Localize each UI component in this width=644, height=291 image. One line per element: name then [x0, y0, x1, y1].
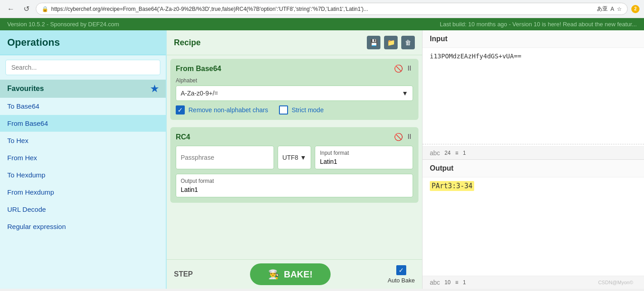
bottom-bar: STEP 👨‍🍳 BAKE! ✓ Auto Bake	[167, 259, 422, 289]
recipe-icons: 💾 📁 🗑	[367, 36, 415, 49]
output-abc-icon: abc	[430, 279, 440, 286]
favourites-row: Favourites ★	[0, 80, 166, 98]
passphrase-row: UTF8 ▼ Input format Latin1	[176, 146, 413, 169]
font-size-icon: A	[610, 6, 614, 12]
passphrase-input[interactable]	[176, 146, 274, 169]
bake-button[interactable]: 👨‍🍳 BAKE!	[250, 263, 331, 285]
alphabet-label: Alphabet	[176, 77, 413, 84]
output-value: PArt3:3-34	[430, 181, 474, 191]
strict-mode-checkbox[interactable]: ✓ Strict mode	[279, 105, 324, 114]
chevron-down-icon: ▼	[402, 90, 408, 97]
open-button[interactable]: 📁	[384, 36, 398, 49]
auto-bake-label: Auto Bake	[388, 277, 415, 284]
output-format-label: Output format	[181, 178, 408, 184]
sidebar-item-url-decode[interactable]: URL Decode	[0, 201, 166, 218]
rc4-pause-icon[interactable]: ⏸	[406, 133, 413, 141]
input-stats: abc 24 ≡ 1	[423, 146, 644, 159]
alphabet-value: A-Za-z0-9+/=	[181, 90, 218, 97]
from-base64-header: From Base64 🚫 ⏸	[176, 64, 413, 73]
from-base64-icons: 🚫 ⏸	[394, 64, 413, 73]
translate-icon: あ亚	[597, 5, 608, 13]
url-bar[interactable]: 🔒 https://cyberchef.org/#recipe=From_Bas…	[36, 3, 628, 15]
disable-icon[interactable]: 🚫	[394, 64, 403, 73]
back-button[interactable]: ←	[5, 4, 17, 14]
output-lines-icon: ≡	[455, 279, 458, 286]
encoding-value: UTF8	[283, 154, 298, 161]
output-stats: abc 10 ≡ 1 CSDN@Myon©	[423, 276, 644, 289]
notification-badge: 2	[631, 5, 639, 13]
from-base64-title: From Base64	[176, 65, 221, 73]
browser-right-icons: 2	[631, 5, 639, 13]
sidebar-item-from-hex[interactable]: From Hex	[0, 149, 166, 167]
clear-button[interactable]: 🗑	[401, 36, 415, 49]
search-input[interactable]	[5, 60, 160, 75]
input-value: i13POMdzEAzHfy4dGS+vUA==	[430, 52, 521, 60]
sidebar-title: Operations	[0, 30, 166, 55]
remove-nonalpha-label: Remove non-alphabet chars	[188, 106, 268, 114]
input-format-label: Input format	[320, 150, 408, 156]
refresh-button[interactable]: ↺	[21, 4, 32, 14]
right-panel: Input i13POMdzEAzHfy4dGS+vUA== abc 24 ≡ …	[422, 30, 644, 289]
bake-icon: 👨‍🍳	[268, 269, 279, 280]
rc4-block: RC4 🚫 ⏸ UTF8 ▼ Input format Latin1 Out	[170, 127, 418, 203]
browser-bar: ← ↺ 🔒 https://cyberchef.org/#recipe=From…	[0, 0, 644, 18]
recipe-header: Recipe 💾 📁 🗑	[167, 30, 422, 55]
auto-bake-checkbox[interactable]: ✓	[396, 265, 406, 275]
sidebar-item-to-hexdump[interactable]: To Hexdump	[0, 167, 166, 184]
rc4-title: RC4	[176, 133, 190, 141]
sidebar-item-from-hexdump[interactable]: From Hexdump	[0, 184, 166, 201]
output-header: Output	[423, 160, 644, 177]
output-content: PArt3:3-34	[423, 177, 644, 276]
pause-icon[interactable]: ⏸	[406, 64, 413, 73]
rc4-disable-icon[interactable]: 🚫	[394, 133, 403, 141]
encoding-select[interactable]: UTF8 ▼	[278, 146, 312, 169]
favourites-label: Favourites	[7, 85, 44, 93]
star-icon: ★	[150, 83, 159, 94]
input-header: Input	[423, 30, 644, 48]
url-text: https://cyberchef.org/#recipe=From_Base6…	[51, 6, 594, 12]
output-section: Output PArt3:3-34 abc 10 ≡ 1 CSDN@Myon©	[423, 160, 644, 289]
main-layout: Operations Favourites ★ To Base64 From B…	[0, 30, 644, 289]
step-label: STEP	[174, 270, 193, 278]
input-section: Input i13POMdzEAzHfy4dGS+vUA== abc 24 ≡ …	[423, 30, 644, 160]
recipe-title: Recipe	[174, 38, 201, 48]
input-content[interactable]: i13POMdzEAzHfy4dGS+vUA==	[423, 48, 644, 142]
auto-bake-area: ✓ Auto Bake	[388, 265, 415, 284]
input-lines-count: 1	[463, 150, 466, 156]
rc4-header: RC4 🚫 ⏸	[176, 133, 413, 141]
encoding-chevron-icon: ▼	[300, 154, 307, 161]
alphabet-select[interactable]: A-Za-z0-9+/= ▼	[176, 86, 413, 101]
checkbox-row: ✓ Remove non-alphabet chars ✓ Strict mod…	[176, 105, 413, 114]
strict-mode-box: ✓	[279, 105, 288, 114]
sidebar-item-regex[interactable]: Regular expression	[0, 218, 166, 235]
app-header: Version 10.5.2 - Sponsored by DEF24.com …	[0, 18, 644, 30]
watermark: CSDN@Myon©	[598, 280, 637, 285]
input-char-count: 24	[445, 150, 451, 156]
remove-nonalpha-checkbox[interactable]: ✓ Remove non-alphabet chars	[176, 105, 268, 114]
from-base64-block: From Base64 🚫 ⏸ Alphabet A-Za-z0-9+/= ▼ …	[170, 59, 418, 120]
input-abc-icon: abc	[430, 149, 440, 157]
recipe-panel: Recipe 💾 📁 🗑 From Base64 🚫 ⏸ Alphabet A-…	[167, 30, 422, 289]
strict-mode-label: Strict mode	[292, 106, 324, 114]
sidebar: Operations Favourites ★ To Base64 From B…	[0, 30, 167, 289]
sidebar-item-to-hex[interactable]: To Hex	[0, 132, 166, 149]
lock-icon: 🔒	[42, 6, 48, 12]
output-format-value: Latin1	[181, 186, 408, 193]
output-char-count: 10	[445, 279, 451, 286]
bookmark-icon[interactable]: ☆	[617, 6, 622, 12]
bake-label: BAKE!	[284, 269, 312, 280]
input-lines-icon: ≡	[455, 150, 458, 156]
remove-nonalpha-box: ✓	[176, 105, 185, 114]
rc4-icons: 🚫 ⏸	[394, 133, 413, 141]
sidebar-item-from-base64[interactable]: From Base64	[0, 115, 166, 132]
output-lines-count: 1	[463, 279, 466, 286]
build-info: Last build: 10 months ago - Version 10 i…	[440, 21, 637, 28]
input-format-value: Latin1	[320, 158, 408, 165]
version-text: Version 10.5.2 - Sponsored by DEF24.com	[7, 21, 119, 28]
save-button[interactable]: 💾	[367, 36, 380, 49]
sidebar-item-to-base64[interactable]: To Base64	[0, 98, 166, 115]
